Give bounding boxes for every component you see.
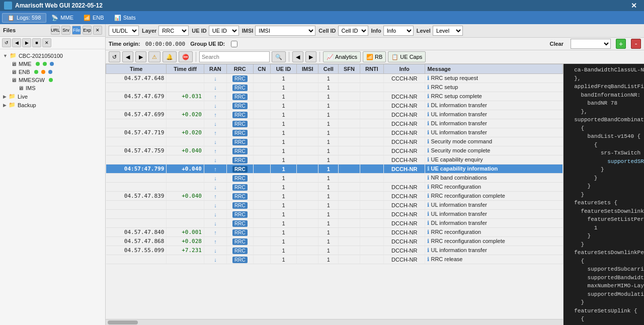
- table-row[interactable]: ↓RRC11DCCH-NRℹSecurity mode command: [106, 137, 563, 146]
- table-row[interactable]: ↓RRC11DCCH-NRℹUL information transfer: [106, 201, 563, 210]
- table-row[interactable]: ↓RRC11DCCH-NRℹDL information transfer: [106, 101, 563, 110]
- imsi-select[interactable]: IMSI: [255, 26, 315, 36]
- table-row[interactable]: 04.57.47.679+0.031↑RRC11DCCH-NRℹRRC setu…: [106, 92, 563, 101]
- table-cell: +0.040: [167, 192, 204, 201]
- sidebar-close2-btn[interactable]: ✕: [42, 38, 51, 47]
- table-row[interactable]: ↓RRC11DCCH-NRℹRRC reconfiguration: [106, 183, 563, 192]
- table-row[interactable]: ↓RRC11DCCH-NRℹDL information transfer: [106, 219, 563, 228]
- sidebar-back-btn[interactable]: ◀: [12, 38, 21, 47]
- table-cell: [167, 255, 204, 264]
- table-row[interactable]: ↓RRC11ℹRRC setup: [106, 83, 563, 92]
- nav-left-btn[interactable]: ◀: [292, 51, 303, 62]
- sidebar-btn-server[interactable]: Srv: [61, 26, 70, 35]
- menu-enb[interactable]: 📶 ENB: [78, 14, 109, 22]
- add-button[interactable]: +: [616, 39, 626, 49]
- table-cell: [297, 165, 318, 174]
- menu-logs[interactable]: 📋 Logs: 598: [2, 13, 46, 23]
- sidebar-btn-export[interactable]: Exp: [83, 26, 92, 35]
- sidebar-item-live[interactable]: ▶ 📁 Live: [0, 92, 105, 101]
- table-row[interactable]: ↓RRC11ℹNR band combinations: [106, 174, 563, 183]
- sidebar-btn-file[interactable]: File: [72, 26, 81, 35]
- table-cell: +0.001: [167, 228, 204, 237]
- table-row[interactable]: 04.57.47.648↓RRC11CCCH-NRℹRRC setup requ…: [106, 74, 563, 83]
- table-cell: ↓: [204, 183, 226, 192]
- table-cell: 1: [270, 165, 296, 174]
- search-input[interactable]: [199, 51, 270, 62]
- json-panel[interactable]: ca-BandwidthClassUL-NR a }, appliedFreqB…: [564, 64, 644, 325]
- table-row[interactable]: 04.57.47.839+0.040↑RRC11DCCH-NRℹRRC reco…: [106, 192, 563, 201]
- cellid-select[interactable]: Cell ID: [338, 26, 368, 36]
- warning-btn[interactable]: ⚠: [148, 51, 160, 62]
- ueid-label: UE ID: [192, 28, 206, 34]
- table-container[interactable]: Time Time diff RAN RRC CN UE ID IMSI Cel…: [106, 64, 563, 319]
- forward-btn[interactable]: ▶: [135, 51, 146, 62]
- sidebar-refresh-btn[interactable]: ↺: [2, 38, 11, 47]
- remove-button[interactable]: -: [631, 39, 641, 49]
- table-scrollbar[interactable]: [106, 319, 563, 325]
- table-row[interactable]: 04.57.47.840+0.001↑RRC11DCCH-NRℹRRC reco…: [106, 228, 563, 237]
- table-row[interactable]: 04:57:47.799+0.040↑RRC11DCCH-NRℹUE capab…: [106, 165, 563, 174]
- json-line: ca-BandwidthClassUL-NR a: [568, 66, 640, 74]
- table-row[interactable]: 04.57.47.759+0.040↑RRC11DCCH-NRℹSecurity…: [106, 146, 563, 155]
- table-cell: 04.57.55.099: [106, 246, 167, 255]
- sidebar-stop-btn[interactable]: ■: [32, 38, 41, 47]
- table-cell: 1: [318, 155, 339, 165]
- analytics-btn[interactable]: 📈 Analytics: [323, 51, 361, 62]
- sidebar-item-mme[interactable]: 🖥 MME: [0, 60, 105, 68]
- back-btn[interactable]: ◀: [122, 51, 133, 62]
- sidebar-item-mmesgw[interactable]: 🖥 MMESGW: [0, 76, 105, 84]
- sidebar-forward-btn[interactable]: ▶: [22, 38, 31, 47]
- group-ueid-checkbox[interactable]: [231, 41, 237, 47]
- rb-btn[interactable]: 📶 RB: [363, 51, 386, 62]
- table-cell: [339, 101, 360, 110]
- menu-mme[interactable]: 📡 MME: [46, 14, 78, 22]
- uecaps-icon: 📋: [391, 54, 398, 60]
- search-btn[interactable]: 🔍: [272, 51, 286, 62]
- rrc-badge: RRC: [232, 184, 248, 191]
- table-row[interactable]: ↓RRC11DCCH-NRℹUL information transfer: [106, 210, 563, 219]
- table-cell: RRC: [226, 228, 253, 237]
- sidebar-item-ims[interactable]: 🖥 IMS: [0, 84, 105, 92]
- table-area: Time Time diff RAN RRC CN UE ID IMSI Cel…: [106, 64, 564, 325]
- menu-stats[interactable]: 📊 Stats: [109, 14, 141, 22]
- table-cell: [339, 83, 360, 92]
- table-cell: [167, 101, 204, 110]
- bell-btn[interactable]: 🔔: [163, 51, 177, 62]
- table-cell: [106, 101, 167, 110]
- table-cell: 1: [270, 137, 296, 146]
- table-cell: 1: [270, 210, 296, 219]
- table-row[interactable]: 04.57.47.699+0.020↑RRC11DCCH-NRℹUL infor…: [106, 110, 563, 119]
- layer-select[interactable]: RRC: [158, 26, 189, 36]
- content-area: Time Time diff RAN RRC CN UE ID IMSI Cel…: [106, 64, 644, 325]
- level-select[interactable]: Level: [433, 26, 463, 36]
- sidebar-btn-close[interactable]: ✕: [93, 26, 102, 35]
- refresh-btn[interactable]: ↺: [109, 51, 120, 62]
- uldl-select[interactable]: UL/DL: [109, 26, 139, 36]
- table-row[interactable]: 04.57.55.099+7.231↓RRC11DCCH-NRℹUL infor…: [106, 246, 563, 255]
- uecaps-btn[interactable]: 📋 UE Caps: [388, 51, 426, 62]
- table-cell: ℹUL information transfer: [425, 110, 563, 119]
- info-select[interactable]: Info: [383, 26, 414, 36]
- close-button[interactable]: ✕: [628, 2, 640, 10]
- ims-icon: 🖥: [18, 85, 24, 91]
- ueid-select[interactable]: UE ID: [209, 26, 239, 36]
- stop-btn[interactable]: ⛔: [179, 51, 193, 62]
- table-cell: RRC: [226, 237, 253, 246]
- rrc-badge: RRC: [232, 211, 248, 218]
- sidebar-item-cbc[interactable]: ▼ 📁 CBC-2021050100: [0, 51, 105, 60]
- clear-select[interactable]: [571, 39, 611, 49]
- table-cell: RRC: [226, 201, 253, 210]
- app-icon: [4, 2, 12, 10]
- table-cell: ℹUL information transfer: [425, 246, 563, 255]
- table-cell: DCCH-NR: [384, 255, 425, 264]
- table-cell: [167, 183, 204, 192]
- table-row[interactable]: ↓RRC11DCCH-NRℹRRC release: [106, 255, 563, 264]
- table-row[interactable]: ↓RRC11DCCH-NRℹUE capability enquiry: [106, 155, 563, 165]
- table-row[interactable]: 04.57.47.868+0.028↑RRC11DCCH-NRℹRRC reco…: [106, 237, 563, 246]
- sidebar-item-enb[interactable]: 🖥 ENB: [0, 68, 105, 76]
- table-row[interactable]: ↓RRC11DCCH-NRℹDL information transfer: [106, 119, 563, 128]
- nav-right-btn[interactable]: ▶: [305, 51, 316, 62]
- sidebar-item-backup[interactable]: ▶ 📁 Backup: [0, 101, 105, 109]
- sidebar-btn-url[interactable]: URL: [51, 26, 60, 35]
- table-row[interactable]: 04.57.47.719+0.020↑RRC11DCCH-NRℹUL infor…: [106, 128, 563, 137]
